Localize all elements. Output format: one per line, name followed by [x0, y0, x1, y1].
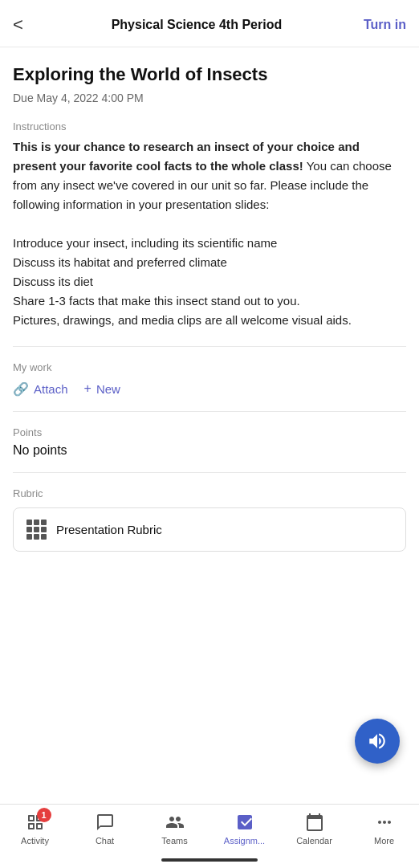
calendar-icon-wrap	[302, 811, 327, 833]
page-title: Physical Science 4th Period	[30, 18, 364, 32]
attach-icon: 🔗	[13, 381, 29, 397]
chat-icon	[96, 813, 115, 832]
nav-item-more[interactable]: More	[349, 811, 419, 846]
rubric-name: Presentation Rubric	[56, 523, 162, 536]
turn-in-button[interactable]: Turn in	[364, 18, 406, 32]
points-label: Points	[13, 426, 406, 438]
instruction-item-3: Discuss its diet	[13, 275, 93, 288]
assignments-label: Assignm...	[224, 836, 265, 846]
attach-label: Attach	[34, 382, 68, 396]
my-work-section: My work 🔗 Attach + New	[13, 361, 406, 397]
assignments-icon	[235, 813, 254, 832]
main-content: Exploring the World of Insects Due May 4…	[0, 47, 419, 803]
activity-icon-wrap: 1	[22, 811, 48, 833]
instructions-label: Instructions	[13, 120, 406, 132]
divider-1	[13, 346, 406, 347]
divider-2	[13, 411, 406, 412]
divider-3	[13, 472, 406, 473]
assignments-icon-wrap	[232, 811, 258, 833]
new-label: New	[96, 382, 120, 396]
calendar-icon	[305, 813, 324, 832]
rubric-grid-icon	[26, 520, 47, 540]
teams-icon-wrap	[162, 811, 188, 833]
nav-item-teams[interactable]: Teams	[140, 811, 210, 846]
home-indicator	[161, 858, 258, 862]
app-header: < Physical Science 4th Period Turn in	[0, 0, 419, 47]
points-section: Points No points	[13, 426, 406, 458]
nav-item-chat[interactable]: Chat	[70, 811, 140, 846]
teams-label: Teams	[161, 836, 187, 846]
instruction-item-2: Discuss its habitat and preferred climat…	[13, 255, 227, 269]
my-work-label: My work	[13, 361, 406, 373]
fab-icon	[367, 731, 388, 752]
activity-badge: 1	[37, 808, 51, 822]
assignment-title: Exploring the World of Insects	[13, 63, 406, 87]
fab-button[interactable]	[355, 719, 400, 764]
instruction-item-5: Pictures, drawings, and media clips are …	[13, 313, 352, 327]
nav-item-activity[interactable]: 1 Activity	[0, 811, 70, 846]
more-label: More	[374, 836, 394, 846]
rubric-section: Rubric Presentation Rubric	[13, 487, 406, 552]
activity-label: Activity	[21, 836, 49, 846]
instructions-text: This is your chance to research an insec…	[13, 137, 406, 330]
due-date: Due May 4, 2022 4:00 PM	[13, 92, 406, 104]
teams-icon	[165, 813, 185, 832]
back-button[interactable]: <	[13, 11, 30, 39]
points-value: No points	[13, 443, 406, 458]
calendar-label: Calendar	[296, 836, 332, 846]
nav-item-calendar[interactable]: Calendar	[279, 811, 349, 846]
more-icon-wrap	[372, 811, 397, 833]
instruction-item-4: Share 1-3 facts that make this insect st…	[13, 294, 300, 308]
instruction-item-1: Introduce your insect, including its sci…	[13, 236, 277, 250]
new-button[interactable]: + New	[84, 381, 120, 396]
chat-label: Chat	[96, 836, 114, 846]
rubric-card[interactable]: Presentation Rubric	[13, 507, 406, 552]
attach-button[interactable]: 🔗 Attach	[13, 381, 68, 397]
chat-icon-wrap	[92, 811, 118, 833]
plus-icon: +	[84, 381, 92, 396]
my-work-actions: 🔗 Attach + New	[13, 381, 406, 397]
more-icon	[375, 813, 394, 832]
rubric-label: Rubric	[13, 487, 406, 499]
nav-item-assignments[interactable]: Assignm...	[210, 811, 279, 846]
